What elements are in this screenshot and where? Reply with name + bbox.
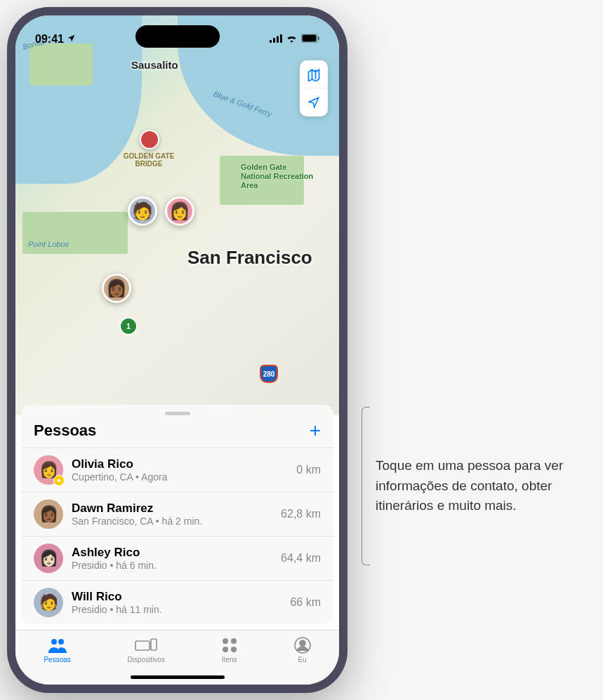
person-row[interactable]: 👩🏾 Dawn Ramirez San Francisco, CA • há 2… [21,492,333,536]
person-avatar: 👩 ★ [34,455,63,485]
map-label-san-francisco: San Francisco [187,247,312,269]
person-location: Cupertino, CA • Agora [72,471,288,483]
person-row[interactable]: 👩🏻 Ashley Rico Presidio • há 6 min. 64,4… [21,536,333,580]
people-sheet[interactable]: Pessoas + 👩 ★ Olivia Rico Cupertino, CA … [21,405,333,624]
tab-label: Pessoas [44,656,70,664]
phone-frame: 09:41 Boni [7,7,347,693]
home-indicator[interactable] [131,675,225,679]
map-label-sausalito: Sausalito [131,59,178,71]
svg-point-14 [231,647,237,652]
map-avatar-pin[interactable]: 👩 [165,196,194,226]
map-label-point-lobos: Point Lobos [28,240,69,248]
person-name: Dawn Ramirez [72,502,272,516]
svg-rect-5 [303,35,317,42]
person-distance: 0 km [296,464,321,476]
bridge-pin-icon[interactable] [140,130,159,149]
map-view[interactable]: Bonita Sausalito Blue & Gold Ferry GOLDE… [15,15,339,415]
me-icon [294,636,311,654]
callout-text: Toque em uma pessoa para ver informações… [376,458,563,513]
map-avatar-pin[interactable]: 👩🏾 [102,274,131,303]
person-name: Ashley Rico [72,546,272,560]
map-mode-button[interactable] [300,60,328,88]
svg-rect-10 [151,639,157,650]
person-avatar: 🧑 [34,588,63,617]
svg-rect-9 [135,641,150,650]
favorite-badge-icon: ★ [53,475,65,486]
svg-rect-2 [277,36,279,43]
map-avatar-pin[interactable]: 🧑 [128,196,157,226]
map-label-golden-gate-bridge: GOLDEN GATE BRIDGE [117,152,180,168]
tab-eu[interactable]: Eu [294,635,311,685]
person-distance: 66 km [290,596,321,609]
callout-annotation: Toque em uma pessoa para ver informações… [362,456,586,516]
svg-point-11 [223,638,228,644]
person-name: Will Rico [72,590,281,604]
person-row[interactable]: 👩 ★ Olivia Rico Cupertino, CA • Agora 0 … [21,447,333,492]
svg-rect-0 [270,40,272,43]
status-time: 09:41 [35,33,64,46]
person-avatar: 👩🏻 [34,544,63,573]
highway-shield-280: 280 [260,365,278,383]
highway-shield-1: 1 [119,317,138,335]
svg-rect-1 [273,38,275,43]
svg-point-7 [51,639,57,645]
sheet-grabber[interactable] [165,412,190,415]
cellular-signal-icon [270,33,282,46]
tab-label: Eu [298,656,306,664]
person-avatar: 👩🏾 [34,499,63,529]
person-row[interactable]: 🧑 Will Rico Presidio • há 11 min. 66 km [21,580,333,624]
person-distance: 64,4 km [281,552,321,565]
items-icon [222,636,237,654]
map-controls [300,60,328,116]
svg-rect-3 [280,34,282,43]
wifi-icon [286,33,298,46]
add-person-button[interactable]: + [310,421,321,440]
svg-point-8 [58,639,64,645]
person-location: San Francisco, CA • há 2 min. [72,516,272,527]
tab-label: Dispositivos [128,656,165,664]
battery-icon [301,33,319,46]
dynamic-island [135,25,220,48]
svg-point-12 [231,638,237,644]
svg-point-13 [223,647,228,652]
person-location: Presidio • há 6 min. [72,560,272,571]
person-distance: 62,8 km [281,508,321,520]
tab-label: Itens [222,656,237,664]
people-icon [47,636,68,654]
sheet-title: Pessoas [34,422,96,440]
location-indicator-icon [67,33,76,46]
map-label-recreation-area: Golden Gate National Recreation Area [241,163,318,191]
person-location: Presidio • há 11 min. [72,604,281,615]
tab-pessoas[interactable]: Pessoas [44,635,70,685]
phone-screen: 09:41 Boni [15,15,339,685]
map-locate-button[interactable] [300,88,328,116]
devices-icon [135,636,157,654]
svg-point-16 [300,640,305,646]
person-name: Olivia Rico [72,457,288,471]
svg-rect-6 [318,36,319,40]
